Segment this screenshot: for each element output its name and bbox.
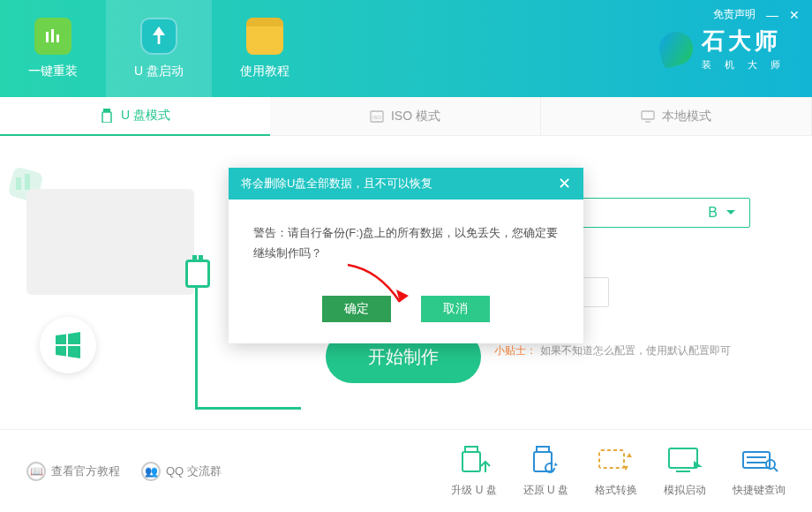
dialog-title: 将会删除U盘全部数据，且不可以恢复 [241, 176, 432, 192]
btn-label: 取消 [443, 297, 468, 320]
arrow-annotation-icon [343, 263, 414, 312]
modal-overlay: 将会删除U盘全部数据，且不可以恢复 ✕ 警告：请自行备份(F:)盘上的所有数据，… [0, 0, 812, 512]
dialog-close-button[interactable]: ✕ [558, 174, 571, 193]
confirm-dialog: 将会删除U盘全部数据，且不可以恢复 ✕ 警告：请自行备份(F:)盘上的所有数据，… [229, 168, 583, 343]
dialog-cancel-button[interactable]: 取消 [421, 296, 490, 322]
dialog-message: 警告：请自行备份(F:)盘上的所有数据，以免丢失，您确定要继续制作吗？ [253, 222, 559, 264]
dialog-header: 将会删除U盘全部数据，且不可以恢复 ✕ [229, 168, 583, 200]
